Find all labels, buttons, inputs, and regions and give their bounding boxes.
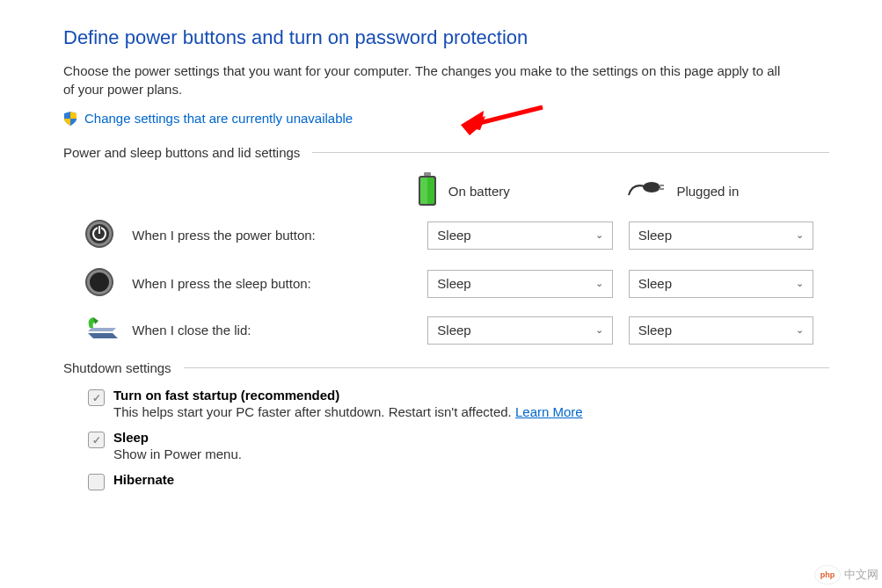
sleep-sub: Show in Power menu. [113, 446, 242, 461]
svg-rect-10 [659, 188, 664, 190]
close-lid-row: When I close the lid: Sleep ⌄ Sleep ⌄ [63, 316, 829, 345]
sleep-title: Sleep [113, 430, 242, 445]
sleep-button-row: When I press the sleep button: Sleep ⌄ S… [63, 267, 829, 300]
sleep-setting: Sleep Show in Power menu. [88, 430, 829, 461]
section-shutdown-header: Shutdown settings [63, 360, 829, 375]
chevron-down-icon: ⌄ [796, 229, 804, 241]
sleep-button-battery-select[interactable]: Sleep ⌄ [427, 270, 612, 298]
chevron-down-icon: ⌄ [796, 278, 804, 289]
svg-point-8 [643, 182, 660, 192]
fast-startup-setting: Turn on fast startup (recommended) This … [88, 388, 829, 419]
col-plugged-in-label: Plugged in [676, 184, 739, 199]
learn-more-link[interactable]: Learn More [515, 404, 583, 419]
power-button-label: When I press the power button: [132, 228, 427, 243]
close-lid-battery-select[interactable]: Sleep ⌄ [427, 316, 612, 345]
svg-marker-21 [88, 333, 118, 338]
sleep-checkbox[interactable] [88, 432, 105, 448]
chevron-down-icon: ⌄ [595, 229, 603, 241]
col-plugged-in: Plugged in [627, 172, 829, 210]
section-power-sleep-label: Power and sleep buttons and lid settings [63, 145, 312, 160]
battery-icon [417, 172, 438, 210]
plug-icon [627, 179, 666, 203]
page-description: Choose the power settings that you want … [63, 62, 793, 98]
sleep-button-label: When I press the sleep button: [132, 276, 427, 291]
svg-rect-4 [424, 172, 431, 176]
chevron-down-icon: ⌄ [796, 324, 804, 336]
column-headers: On battery Plugged in [63, 172, 829, 210]
shield-icon [63, 112, 77, 126]
change-settings-link[interactable]: Change settings that are currently unava… [84, 111, 353, 126]
change-settings-row: Change settings that are currently unava… [63, 111, 829, 126]
hibernate-setting: Hibernate [88, 472, 829, 490]
fast-startup-checkbox[interactable] [88, 389, 105, 406]
close-lid-icon [84, 316, 120, 345]
svg-rect-9 [659, 185, 664, 186]
power-button-battery-select[interactable]: Sleep ⌄ [427, 221, 612, 250]
sleep-button-plugged-select[interactable]: Sleep ⌄ [629, 270, 813, 298]
sleep-button-icon [84, 267, 114, 300]
svg-marker-22 [88, 328, 116, 331]
col-on-battery-label: On battery [448, 184, 510, 199]
page-title: Define power buttons and turn on passwor… [63, 26, 829, 49]
power-button-row: When I press the power button: Sleep ⌄ S… [63, 219, 829, 251]
close-lid-label: When I close the lid: [132, 323, 427, 338]
fast-startup-title: Turn on fast startup (recommended) [113, 388, 583, 403]
hibernate-checkbox[interactable] [88, 474, 105, 490]
chevron-down-icon: ⌄ [595, 324, 603, 336]
section-power-sleep-header: Power and sleep buttons and lid settings [63, 145, 829, 160]
power-button-plugged-select[interactable]: Sleep ⌄ [629, 221, 813, 250]
hibernate-title: Hibernate [113, 472, 174, 487]
fast-startup-sub: This helps start your PC faster after sh… [113, 404, 583, 419]
svg-rect-7 [420, 178, 427, 204]
annotation-arrow-icon [459, 100, 547, 135]
chevron-down-icon: ⌄ [595, 278, 603, 289]
col-on-battery: On battery [417, 172, 619, 210]
section-shutdown-label: Shutdown settings [63, 360, 184, 375]
svg-point-20 [90, 272, 109, 292]
close-lid-plugged-select[interactable]: Sleep ⌄ [629, 316, 813, 345]
power-button-icon [84, 219, 114, 251]
